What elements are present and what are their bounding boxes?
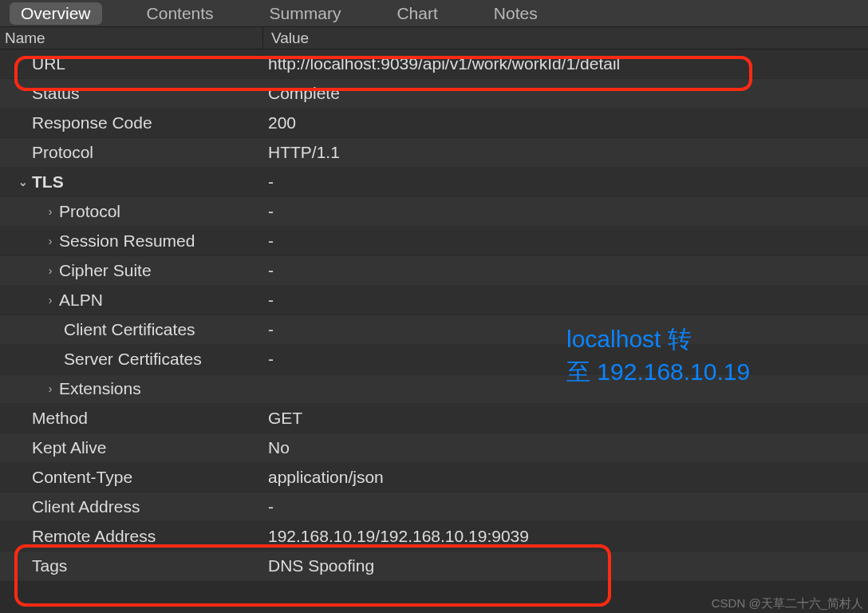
row-key: Method xyxy=(0,409,263,428)
table-row[interactable]: Remote Address192.168.10.19/192.168.10.1… xyxy=(0,522,868,552)
row-value: No xyxy=(263,438,868,457)
row-key: ›Extensions xyxy=(0,379,263,398)
row-key: ⌄TLS xyxy=(0,172,263,192)
table-row[interactable]: ›Protocol- xyxy=(0,197,868,227)
chevron-down-icon[interactable]: ⌄ xyxy=(18,176,29,188)
row-value: - xyxy=(263,231,868,251)
row-value: - xyxy=(263,202,868,221)
table-row[interactable]: StatusComplete xyxy=(0,79,868,109)
tab-overview[interactable]: Overview xyxy=(10,2,102,25)
row-key: ›Cipher Suite xyxy=(0,261,263,280)
tab-contents[interactable]: Contents xyxy=(136,2,225,25)
row-value: HTTP/1.1 xyxy=(263,143,868,162)
row-value: http://localhost:9039/api/v1/work/workId… xyxy=(263,54,868,73)
row-key-label: ALPN xyxy=(59,291,103,310)
row-value: DNS Spoofing xyxy=(263,556,868,575)
table-row[interactable]: ›Extensions xyxy=(0,374,868,404)
table-row[interactable]: Server Certificates- xyxy=(0,345,868,374)
row-value: GET xyxy=(263,409,868,428)
row-key-label: Method xyxy=(32,409,88,428)
column-value[interactable]: Value xyxy=(263,27,868,49)
row-value: 192.168.10.19/192.168.10.19:9039 xyxy=(263,527,868,546)
table-row[interactable]: ›Cipher Suite- xyxy=(0,256,868,286)
table-row[interactable]: MethodGET xyxy=(0,404,868,433)
table-row[interactable]: Client Address- xyxy=(0,492,868,522)
chevron-right-icon[interactable]: › xyxy=(45,205,56,218)
table-row[interactable]: Content-Typeapplication/json xyxy=(0,463,868,492)
row-value: Complete xyxy=(263,84,868,103)
row-key-label: Session Resumed xyxy=(59,231,195,251)
row-key-label: Response Code xyxy=(32,113,152,132)
table-row[interactable]: ›ALPN- xyxy=(0,286,868,315)
table-row[interactable]: ›Session Resumed- xyxy=(0,227,868,256)
row-key: ›ALPN xyxy=(0,291,263,310)
table-row[interactable]: ⌄TLS- xyxy=(0,168,868,197)
row-value: - xyxy=(263,497,868,516)
row-value: - xyxy=(263,172,868,192)
row-key: Response Code xyxy=(0,113,263,132)
row-key: Client Address xyxy=(0,497,263,516)
table-row[interactable]: Client Certificates- xyxy=(0,315,868,345)
row-key: Status xyxy=(0,84,263,103)
tab-bar: Overview Contents Summary Chart Notes xyxy=(0,0,868,27)
row-key-label: Tags xyxy=(32,556,67,575)
row-key-label: Kept Alive xyxy=(32,438,106,457)
row-key: Client Certificates xyxy=(0,320,263,339)
row-key-label: Server Certificates xyxy=(64,350,202,369)
watermark: CSDN @天草二十六_简村人 xyxy=(712,596,863,611)
row-key: ›Protocol xyxy=(0,202,263,221)
row-value: application/json xyxy=(263,468,868,487)
chevron-right-icon[interactable]: › xyxy=(45,235,56,247)
row-key: URL xyxy=(0,54,263,73)
table-row[interactable]: TagsDNS Spoofing xyxy=(0,552,868,581)
row-key-label: Protocol xyxy=(59,202,120,221)
table-row[interactable]: Kept AliveNo xyxy=(0,433,868,463)
chevron-right-icon[interactable]: › xyxy=(45,382,56,395)
table-row[interactable]: ProtocolHTTP/1.1 xyxy=(0,138,868,168)
table-row[interactable]: Response Code200 xyxy=(0,109,868,138)
row-key: Remote Address xyxy=(0,527,263,546)
row-key-label: Protocol xyxy=(32,143,93,162)
row-key: ›Session Resumed xyxy=(0,231,263,251)
chevron-right-icon[interactable]: › xyxy=(45,264,56,277)
column-header: Name Value xyxy=(0,27,868,49)
row-value: - xyxy=(263,291,868,310)
row-key: Content-Type xyxy=(0,468,263,487)
column-name[interactable]: Name xyxy=(0,27,263,49)
row-value: - xyxy=(263,320,868,339)
row-key-label: Cipher Suite xyxy=(59,261,152,280)
chevron-right-icon[interactable]: › xyxy=(45,294,56,306)
row-key-label: Remote Address xyxy=(32,527,156,546)
row-key-label: Client Address xyxy=(32,497,140,516)
row-key-label: TLS xyxy=(32,172,64,192)
annotation-arrow xyxy=(0,581,868,613)
row-key-label: Extensions xyxy=(59,379,141,398)
row-value: - xyxy=(263,261,868,280)
tab-notes[interactable]: Notes xyxy=(483,2,549,25)
row-key-label: URL xyxy=(32,54,65,73)
tab-chart[interactable]: Chart xyxy=(385,2,448,25)
details-table: URLhttp://localhost:9039/api/v1/work/wor… xyxy=(0,49,868,581)
row-value: - xyxy=(263,350,868,369)
row-key-label: Client Certificates xyxy=(64,320,195,339)
tab-summary[interactable]: Summary xyxy=(258,2,353,25)
row-key-label: Status xyxy=(32,84,80,103)
row-value: 200 xyxy=(263,113,868,132)
row-key: Tags xyxy=(0,556,263,575)
row-key-label: Content-Type xyxy=(32,468,132,487)
table-row[interactable]: URLhttp://localhost:9039/api/v1/work/wor… xyxy=(0,49,868,79)
row-key: Server Certificates xyxy=(0,350,263,369)
row-key: Protocol xyxy=(0,143,263,162)
row-key: Kept Alive xyxy=(0,438,263,457)
